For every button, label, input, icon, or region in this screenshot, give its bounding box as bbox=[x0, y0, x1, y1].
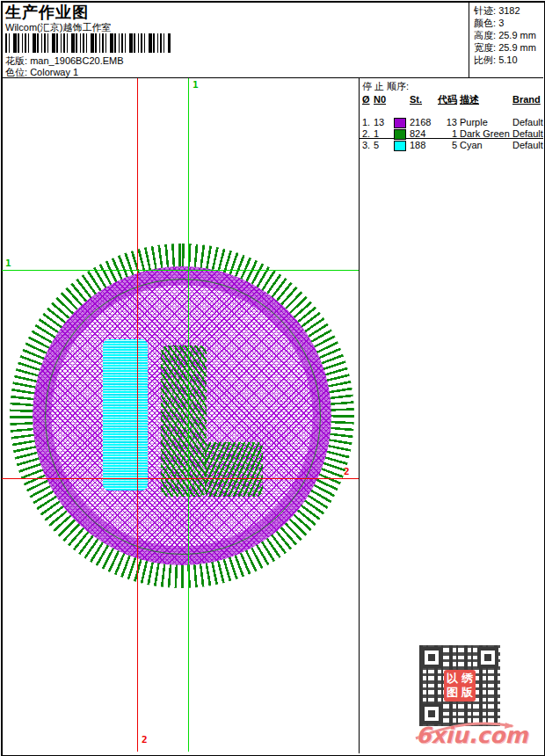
stitch-count: 3182 bbox=[498, 5, 520, 16]
row3-stitches: 188 bbox=[410, 140, 437, 151]
color-count: 3 bbox=[498, 18, 504, 28]
row2-brand: Default bbox=[512, 128, 545, 140]
green-horizontal-guide bbox=[2, 270, 359, 271]
row2-stitches: 824 bbox=[410, 128, 437, 140]
stop-sequence-table: 停 止 顺序: Ø N0 St. 代码 描述 Brand 元素 1. 13 21… bbox=[362, 80, 541, 151]
design-area-right-border bbox=[359, 77, 360, 753]
row1-swatch bbox=[394, 117, 410, 128]
pattern-filename: man_1906BC20.EMB bbox=[30, 55, 123, 66]
row3-description: Cyan bbox=[460, 140, 512, 151]
row2-index: 2. bbox=[362, 128, 374, 140]
guide-label-1-left: 1 bbox=[5, 259, 11, 268]
row2-swatch bbox=[394, 128, 410, 140]
col-header-code: 代码 bbox=[437, 94, 460, 117]
green-letter-vertical-stroke bbox=[161, 345, 207, 497]
sequence-grid: Ø N0 St. 代码 描述 Brand 元素 1. 13 2168 13 Pu… bbox=[362, 94, 541, 151]
header-vertical-divider bbox=[469, 2, 469, 77]
design-width: 25.9 mm bbox=[498, 42, 536, 53]
col-header-needle-symbol: Ø bbox=[362, 94, 374, 117]
design-preview-area: 1 1 2 2 bbox=[2, 78, 359, 752]
scale-row: 比例: 5.10 bbox=[474, 54, 536, 66]
row3-code: 5 bbox=[437, 140, 460, 151]
height-row: 高度: 25.9 mm bbox=[474, 29, 536, 41]
col-header-needle-number: N0 bbox=[374, 94, 394, 117]
colorway-value: Colorway 1 bbox=[30, 67, 78, 77]
qr-finder-top-right bbox=[477, 647, 498, 668]
width-row: 宽度: 25.9 mm bbox=[474, 41, 536, 54]
red-vertical-guide bbox=[137, 78, 138, 752]
row3-needle: 5 bbox=[374, 140, 394, 151]
row1-code: 13 bbox=[437, 117, 460, 128]
guide-label-1-top: 1 bbox=[193, 81, 199, 90]
color-count-row: 颜色: 3 bbox=[474, 17, 536, 29]
row3-swatch bbox=[394, 140, 410, 151]
red-seal-stamp: 以 绣 图 版 bbox=[444, 670, 476, 701]
row1-needle: 13 bbox=[374, 117, 394, 128]
pattern-label: 花版: bbox=[5, 55, 27, 66]
design-barcode bbox=[5, 33, 171, 53]
site-logo: 6xiu.com bbox=[414, 719, 520, 751]
row3-index: 3. bbox=[362, 140, 374, 151]
guide-label-2-right: 2 bbox=[344, 468, 350, 476]
col-header-stitches: St. bbox=[410, 94, 437, 117]
site-logo-text: 6xiu.com bbox=[416, 723, 527, 748]
green-vertical-guide bbox=[188, 78, 189, 752]
page-title: 生产作业图 bbox=[5, 2, 89, 23]
col-header-brand: Brand bbox=[512, 94, 545, 117]
guide-label-2-bottom: 2 bbox=[142, 736, 148, 745]
design-scale: 5.10 bbox=[498, 55, 517, 65]
row1-index: 1. bbox=[362, 117, 374, 128]
row1-description: Purple bbox=[460, 117, 512, 128]
design-height: 25.9 mm bbox=[498, 30, 536, 40]
design-info-panel: 针迹: 3182 颜色: 3 高度: 25.9 mm 宽度: 25.9 mm 比… bbox=[474, 4, 536, 66]
red-horizontal-guide bbox=[2, 478, 359, 479]
production-worksheet: 生产作业图 Wilcom(汇京)越饰工作室 花版: man_1906BC20.E… bbox=[0, 0, 545, 756]
color-swatch-cyan bbox=[394, 141, 406, 151]
color-swatch-purple bbox=[394, 118, 406, 128]
row2-description: Dark Green bbox=[460, 128, 512, 140]
row3-brand: Default bbox=[512, 140, 545, 151]
cyan-letter-shape bbox=[103, 339, 148, 491]
colorway-label: 色位: bbox=[5, 67, 27, 77]
col-header-description: 描述 bbox=[460, 94, 512, 117]
green-letter-foot-stroke bbox=[205, 442, 263, 497]
sequence-title: 停 止 顺序: bbox=[362, 80, 541, 93]
color-swatch-dark-green bbox=[394, 129, 406, 140]
row2-code: 1 bbox=[437, 128, 460, 140]
col-header-swatch-spacer bbox=[394, 94, 410, 117]
stitch-count-row: 针迹: 3182 bbox=[474, 4, 536, 17]
studio-name: Wilcom(汇京)越饰工作室 bbox=[5, 21, 111, 34]
row2-needle: 1 bbox=[374, 128, 394, 140]
row1-stitches: 2168 bbox=[410, 117, 437, 128]
row1-brand: Default bbox=[512, 117, 545, 128]
qr-finder-top-left bbox=[421, 647, 442, 668]
